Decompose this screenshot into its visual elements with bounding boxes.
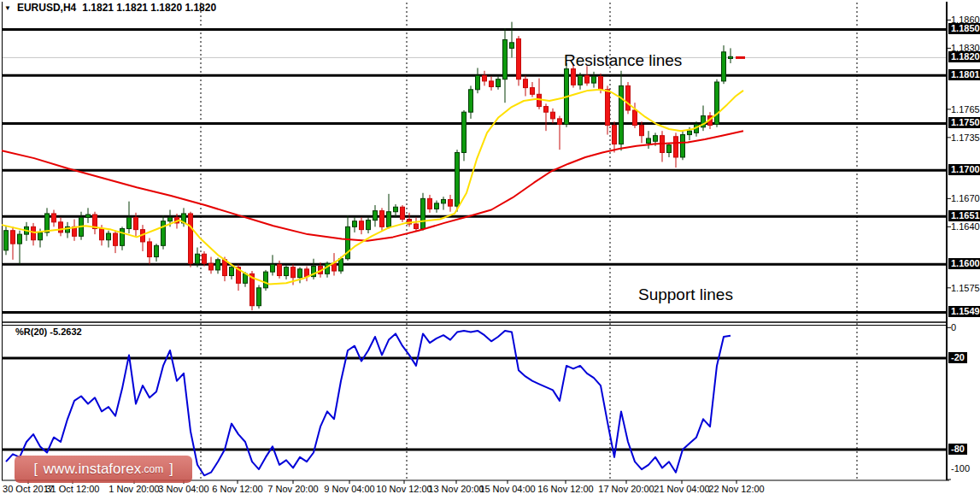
wpr-tick-label: -100 (951, 463, 970, 474)
date-tick-label: 22 Nov 12:00 (708, 484, 764, 494)
chart-symbol-timeframe: EURUSD,H4 (17, 2, 76, 14)
wpr-line (6, 331, 731, 475)
annotation-support: Support lines (638, 285, 733, 304)
price-level-label: 1.1700 (948, 164, 980, 175)
date-tick-label: 16 Nov 12:00 (537, 484, 593, 494)
wpr-tick-label: 0 (951, 322, 956, 332)
price-tick-label: 1.1765 (951, 104, 980, 115)
watermark-bracket-left: [ (33, 462, 37, 477)
ma-slow-line (2, 131, 743, 241)
price-tick-label: 1.1670 (951, 193, 980, 203)
instaforex-watermark: [ www.instaforex .com ] (15, 456, 192, 483)
date-tick-label: 10 Nov 12:00 (376, 484, 431, 494)
wpr-level-label: -80 (948, 444, 967, 455)
price-level-label: 1.1801 (948, 69, 980, 80)
date-tick-label: 17 Nov 20:00 (598, 484, 654, 494)
support-resistance-lines (3, 29, 946, 312)
price-level-label: 1.1850 (948, 23, 980, 34)
price-tick-label: 1.1575 (951, 283, 980, 293)
price-level-label: 1.1651 (948, 210, 980, 221)
price-level-label: 1.1549 (948, 306, 980, 317)
price-level-label: 1.1820 (948, 51, 980, 62)
ma-fast-line (2, 90, 743, 285)
chart-title-bar: ▼ EURUSD,H4 1.1821 1.1821 1.1820 1.1820 (4, 2, 216, 14)
date-tick-label: 3 Nov 04:00 (158, 484, 208, 494)
price-level-label: 1.1600 (948, 258, 980, 269)
wpr-level-label: -20 (948, 352, 967, 363)
watermark-bracket-right: ] (169, 462, 173, 477)
date-tick-label: 15 Nov 04:00 (479, 484, 535, 494)
axis-ticks (28, 20, 951, 484)
date-tick-label: 9 Nov 04:00 (324, 484, 374, 494)
chart-window: ▼ EURUSD,H4 1.1821 1.1821 1.1820 1.1820 … (0, 0, 980, 500)
watermark-tld: .com (141, 463, 163, 475)
date-tick-label: 21 Nov 04:00 (654, 484, 709, 494)
date-tick-label: 31 Oct 12:00 (46, 484, 100, 494)
chart-canvas[interactable] (0, 0, 980, 500)
price-tick-label: 1.1640 (951, 221, 980, 232)
annotation-resistance: Resistance lines (564, 51, 682, 70)
date-tick-label: 1 Nov 20:00 (109, 484, 159, 494)
indicator-label: %R(20) -5.2632 (15, 326, 82, 337)
symbol-dropdown-icon[interactable]: ▼ (4, 4, 11, 12)
date-tick-label: 7 Nov 20:00 (267, 484, 318, 494)
date-tick-label: 13 Nov 20:00 (428, 484, 484, 494)
wpr-level-lines (3, 358, 946, 450)
chart-ohlc-quotes: 1.1821 1.1821 1.1820 1.1820 (82, 2, 216, 14)
price-level-label: 1.1750 (948, 117, 980, 128)
price-tick-label: 1.1735 (951, 132, 980, 143)
watermark-domain: www.instaforex (44, 461, 141, 478)
date-tick-label: 6 Nov 12:00 (212, 484, 262, 494)
